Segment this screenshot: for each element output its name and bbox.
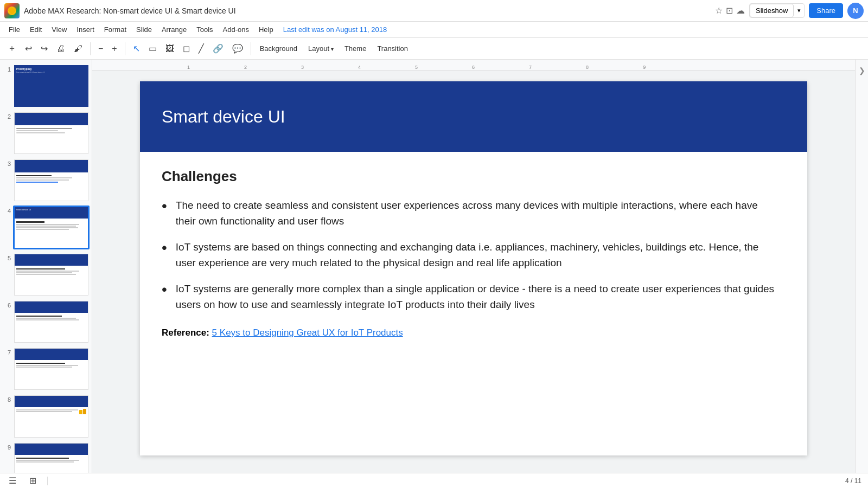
slide-thumbnail-8[interactable] [13, 394, 90, 438]
slide-list-view-button[interactable]: ☰ [7, 474, 18, 487]
slide-thumb-9[interactable]: 9 [2, 442, 90, 473]
undo-button[interactable]: ↩ [22, 41, 35, 56]
slide-canvas[interactable]: Smart device UI Challenges • The need to… [140, 81, 807, 455]
menu-addons[interactable]: Add-ons [219, 23, 253, 36]
title-icons: ☆ ⊡ ☁ [715, 5, 745, 16]
insert-comment-button[interactable]: 💬 [229, 41, 246, 56]
slide-thumb-2[interactable]: 2 [2, 111, 90, 155]
slideshow-btn-group: Slideshow ▾ [749, 3, 805, 18]
bullet-dot-1: • [162, 197, 167, 215]
slide-thumbnail-6[interactable] [13, 300, 90, 344]
zoom-in-button[interactable]: + [108, 42, 120, 56]
bullet-text-2: IoT systems are based on things connecti… [176, 240, 780, 271]
bullet-text-1: The need to create seamless and consiste… [176, 198, 780, 229]
slide-thumb-1[interactable]: 1 Prototyping Non-smart device UI & Smar… [2, 64, 90, 108]
slide-thumb-7[interactable]: 7 [2, 347, 90, 391]
bullet-dot-3: • [162, 280, 167, 299]
add-button[interactable]: ＋ [4, 41, 20, 56]
toolbar-sep-3 [251, 42, 251, 55]
slide-thumb-5[interactable]: 5 [2, 253, 90, 297]
insert-link-button[interactable]: 🔗 [209, 41, 227, 56]
slide-thumb-8[interactable]: 8 [2, 394, 90, 438]
menu-slide[interactable]: Slide [132, 23, 156, 36]
sidebar-expand-icon[interactable]: ❯ [859, 66, 865, 75]
menu-bar: File Edit View Insert Format Slide Arran… [0, 22, 868, 38]
bullet-item-3: • IoT systems are generally more complex… [162, 281, 780, 312]
slide-thumbnail-3[interactable] [13, 158, 90, 202]
slideshow-dropdown[interactable]: ▾ [794, 5, 804, 16]
slide-thumb-6[interactable]: 6 [2, 300, 90, 344]
reference-label: Reference: [162, 328, 209, 338]
slide-thumbnail-4[interactable]: Smart device UI [13, 206, 90, 249]
menu-view[interactable]: View [47, 23, 71, 36]
insert-textbox-button[interactable]: ▭ [145, 41, 160, 56]
slide-thumb-3[interactable]: 3 [2, 158, 90, 202]
bullet-item-1: • The need to create seamless and consis… [162, 198, 780, 229]
slide-thumb-4[interactable]: 4 Smart device UI [2, 206, 90, 249]
share-button[interactable]: Share [809, 3, 843, 18]
slide-panel: 1 Prototyping Non-smart device UI & Smar… [0, 60, 92, 473]
menu-tools[interactable]: Tools [192, 23, 217, 36]
right-sidebar: ❯ [855, 60, 868, 473]
toolbar: ＋ ↩ ↪ 🖨 🖌 − + ↖ ▭ 🖼 ◻ ╱ 🔗 💬 Background L… [0, 38, 868, 60]
slide-header-area: Smart device UI [140, 81, 807, 152]
paint-format-button[interactable]: 🖌 [71, 42, 86, 56]
ruler-top: 1 2 3 4 5 6 7 8 9 [92, 60, 855, 70]
menu-arrange[interactable]: Arrange [157, 23, 191, 36]
slide-body: Challenges • The need to create seamless… [140, 152, 807, 455]
slide-header-title: Smart device UI [162, 107, 285, 127]
status-separator [47, 477, 48, 485]
toolbar-sep-2 [125, 42, 125, 55]
slide-thumbnail-5[interactable] [13, 253, 90, 297]
insert-line-button[interactable]: ╱ [195, 41, 207, 56]
main-layout: 1 Prototyping Non-smart device UI & Smar… [0, 60, 868, 473]
zoom-out-button[interactable]: − [95, 42, 106, 56]
status-bar: ☰ ⊞ 4 / 11 [0, 473, 868, 488]
menu-file[interactable]: File [4, 23, 24, 36]
star-icon[interactable]: ☆ [715, 5, 723, 16]
bullet-item-2: • IoT systems are based on things connec… [162, 240, 780, 271]
menu-help[interactable]: Help [254, 23, 278, 36]
bullet-list: • The need to create seamless and consis… [162, 198, 780, 312]
user-avatar[interactable]: N [847, 3, 864, 19]
app-logo [4, 3, 20, 18]
insert-shape-button[interactable]: ◻ [180, 41, 193, 56]
bullet-text-3: IoT systems are generally more complex t… [176, 281, 780, 312]
menu-format[interactable]: Format [100, 23, 131, 36]
layout-button[interactable]: Layout [304, 42, 338, 55]
reference-link[interactable]: 5 Keys to Designing Great UX for IoT Pro… [212, 328, 403, 338]
document-title: Adobe MAX Research: Non-smart device UI … [24, 7, 711, 15]
last-edit-text: Last edit was on August 11, 2018 [283, 25, 387, 34]
slide-thumbnail-9[interactable] [13, 442, 90, 473]
transition-button[interactable]: Transition [373, 42, 412, 55]
status-right: 4 / 11 [845, 477, 861, 485]
top-bar: Adobe MAX Research: Non-smart device UI … [0, 0, 868, 22]
background-button[interactable]: Background [256, 42, 302, 55]
editor-content: Smart device UI Challenges • The need to… [92, 70, 855, 473]
cloud-icon[interactable]: ☁ [736, 5, 745, 16]
editor-area: 1 2 3 4 5 6 7 8 9 Smart device UI Challe [92, 60, 855, 473]
print-button[interactable]: 🖨 [53, 42, 68, 56]
slide-thumbnail-7[interactable] [13, 347, 90, 391]
menu-edit[interactable]: Edit [25, 23, 46, 36]
theme-button[interactable]: Theme [340, 42, 371, 55]
folder-icon[interactable]: ⊡ [726, 5, 733, 16]
toolbar-sep-1 [90, 42, 91, 55]
bullet-dot-2: • [162, 239, 167, 257]
insert-image-button[interactable]: 🖼 [162, 42, 177, 56]
slideshow-button[interactable]: Slideshow [750, 4, 794, 17]
svg-point-0 [8, 7, 16, 15]
menu-insert[interactable]: Insert [72, 23, 99, 36]
redo-button[interactable]: ↪ [37, 41, 51, 56]
cursor-button[interactable]: ↖ [130, 41, 143, 56]
top-right-actions: Slideshow ▾ Share N [749, 3, 864, 19]
section-title: Challenges [162, 168, 780, 185]
page-indicator: 4 / 11 [845, 477, 861, 485]
slide-grid-view-button[interactable]: ⊞ [27, 474, 39, 487]
slide-thumbnail-1[interactable]: Prototyping Non-smart device UI & Smart … [13, 64, 90, 108]
slide-thumbnail-2[interactable] [13, 111, 90, 155]
reference-section: Reference: 5 Keys to Designing Great UX … [162, 328, 780, 338]
